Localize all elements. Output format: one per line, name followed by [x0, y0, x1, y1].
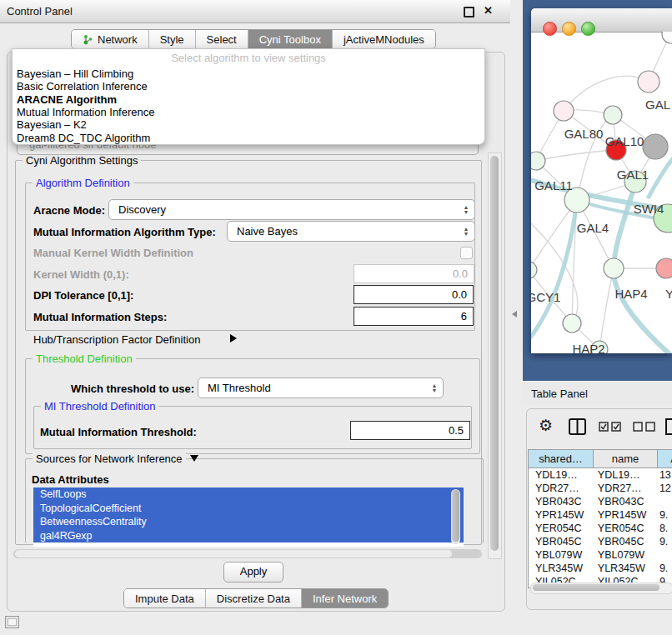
hub-definition-label[interactable]: Hub/Transcription Factor Definition: [33, 333, 200, 346]
table-column-header[interactable]: name: [594, 450, 658, 468]
algorithm-dropdown-popup: Select algorithm to view settings Bayesi…: [12, 48, 485, 145]
table-cell: [653, 495, 672, 508]
dpi-tolerance-label: DPI Tolerance [0,1]:: [33, 289, 133, 302]
settings-vertical-scrollbar[interactable]: [488, 152, 502, 559]
mi-threshold-input[interactable]: 0.5: [350, 421, 470, 440]
network-node[interactable]: [531, 152, 545, 170]
checked-boxes-icon[interactable]: [599, 422, 622, 432]
table-cell: YER054C: [529, 522, 591, 535]
combo-spinner-icon: ▲▼: [460, 202, 472, 218]
dpi-tolerance-value: 0.0: [452, 288, 467, 301]
attribute-list-item[interactable]: TopologicalCoefficient: [33, 502, 464, 516]
tab-style[interactable]: Style: [149, 30, 196, 48]
table-row[interactable]: YBL079WYBL079W: [529, 548, 672, 562]
table-row[interactable]: YDL19…YDL19…13: [529, 468, 672, 482]
tab-discretize-data[interactable]: Discretize Data: [206, 589, 302, 608]
mi-type-combobox[interactable]: Naive Bayes ▲▼: [227, 221, 475, 242]
gear-icon[interactable]: ⚙: [539, 416, 553, 435]
split-pane-arrow-icon[interactable]: [512, 311, 517, 318]
algorithm-option[interactable]: Mutual Information Inference: [17, 106, 154, 118]
table-row[interactable]: YBR043CYBR043C: [529, 495, 672, 508]
tab-cyni-toolbox-label: Cyni Toolbox: [259, 33, 321, 46]
tab-discretize-data-label: Discretize Data: [217, 592, 290, 605]
aracne-mode-combobox[interactable]: Discovery ▲▼: [108, 199, 475, 220]
tab-infer-network[interactable]: Infer Network: [302, 589, 388, 608]
node-label: GAL80: [564, 127, 604, 141]
sources-title-text[interactable]: Sources for Network Inference: [36, 452, 183, 465]
table-cell: YBL079W: [591, 548, 653, 562]
network-node[interactable]: [531, 262, 537, 278]
mi-steps-value: 6: [461, 310, 467, 322]
algorithm-option[interactable]: Bayesian – K2: [17, 118, 87, 131]
algorithm-option[interactable]: ARACNE Algorithm: [17, 93, 117, 106]
mi-steps-label: Mutual Information Steps:: [33, 311, 167, 323]
data-attributes-list[interactable]: SelfLoopsTopologicalCoefficientBetweenne…: [33, 488, 464, 547]
cyni-algorithm-settings-title: Cyni Algorithm Settings: [23, 154, 141, 167]
network-node[interactable]: [662, 32, 672, 43]
table-row[interactable]: YDR27…YDR27…12: [529, 482, 672, 495]
attribute-list-item[interactable]: SelfLoops: [33, 488, 464, 502]
table-row[interactable]: YPR145WYPR145W9.: [529, 508, 672, 522]
table-cell: YBR045C: [591, 535, 653, 548]
kernel-width-input[interactable]: 0.0: [354, 264, 474, 283]
tab-impute-data[interactable]: Impute Data: [124, 589, 206, 608]
network-node[interactable]: [554, 101, 574, 121]
table-rows: YDL19…YDL19…13YDR27…YDR27…12YBR043CYBR04…: [529, 468, 672, 588]
collapse-arrow-right-icon[interactable]: [230, 334, 237, 342]
node-table[interactable]: shared…nameA YDL19…YDL19…13YDR27…YDR27…1…: [528, 449, 672, 588]
mi-type-value: Naive Bayes: [237, 225, 298, 238]
tab-cyni-toolbox[interactable]: Cyni Toolbox: [248, 30, 333, 48]
which-threshold-combobox[interactable]: MI Threshold ▲▼: [198, 378, 444, 398]
algorithm-option[interactable]: Basic Correlation Inference: [17, 80, 148, 92]
table-column-header[interactable]: shared…: [529, 450, 594, 468]
tab-jactivemnodules-label: jActiveMNodules: [344, 33, 424, 46]
kernel-width-label: Kernel Width (0,1):: [33, 268, 129, 281]
network-node[interactable]: [638, 71, 659, 92]
mi-steps-input[interactable]: 6: [354, 307, 474, 326]
unchecked-boxes-icon[interactable]: [633, 422, 656, 432]
algorithm-option[interactable]: Dream8 DC_TDC Algorithm: [17, 132, 150, 144]
columns-icon[interactable]: [569, 418, 586, 435]
table-row[interactable]: YER054CYER054C8.: [529, 522, 672, 535]
algorithm-popup-hint: Select algorithm to view settings: [13, 52, 484, 64]
attribute-list-item[interactable]: BetweennessCentrality: [33, 515, 464, 529]
table-row[interactable]: YLR345WYLR345W9.: [529, 562, 672, 575]
table-horizontal-scrollbar[interactable]: [530, 582, 672, 594]
tab-select[interactable]: Select: [196, 30, 248, 48]
kernel-width-value: 0.0: [453, 268, 468, 280]
network-node[interactable]: [604, 106, 622, 124]
network-node[interactable]: [643, 134, 668, 159]
table-cell: 12: [653, 482, 672, 495]
float-window-icon[interactable]: [464, 7, 474, 18]
file-icon[interactable]: [665, 418, 672, 435]
table-row[interactable]: YBR045CYBR045C9.: [529, 535, 672, 548]
attribute-list-item[interactable]: gal4RGexp: [33, 529, 464, 543]
table-cell: 9.: [653, 535, 672, 548]
close-icon[interactable]: ✕: [484, 4, 493, 17]
network-node[interactable]: [604, 258, 624, 278]
network-canvas[interactable]: GALGAL80GAL10GAL1GAL11SWI4GAL4HAP4YGCY1H…: [531, 32, 672, 353]
control-panel-title: Control Panel: [7, 5, 73, 18]
algorithm-option[interactable]: Bayesian – Hill Climbing: [17, 68, 133, 80]
manual-kernel-checkbox[interactable]: [460, 247, 473, 259]
network-window-titlebar[interactable]: [531, 8, 672, 32]
settings-horizontal-scrollbar[interactable]: [13, 549, 482, 558]
tab-style-label: Style: [160, 33, 184, 46]
table-column-header[interactable]: A: [658, 450, 672, 468]
data-attributes-label: Data Attributes: [32, 473, 109, 486]
collapse-arrow-down-icon[interactable]: [190, 455, 198, 462]
network-node[interactable]: [656, 258, 672, 278]
minimized-panel-icon[interactable]: [5, 616, 19, 628]
network-node[interactable]: [563, 314, 581, 332]
node-label: SWI4: [634, 202, 664, 216]
tab-jactivemnodules[interactable]: jActiveMNodules: [333, 30, 435, 48]
table-cell: YER054C: [591, 522, 653, 535]
apply-button[interactable]: Apply: [223, 562, 283, 582]
attributes-scrollbar[interactable]: [451, 489, 460, 544]
network-graph: [531, 32, 672, 353]
dpi-tolerance-input[interactable]: 0.0: [354, 285, 474, 304]
tab-select-label: Select: [207, 33, 237, 46]
table-cell: YPR145W: [529, 508, 591, 522]
control-panel-tabbar: Network Style Select Cyni Toolbox jActiv…: [71, 29, 436, 49]
tab-network[interactable]: Network: [72, 30, 149, 48]
